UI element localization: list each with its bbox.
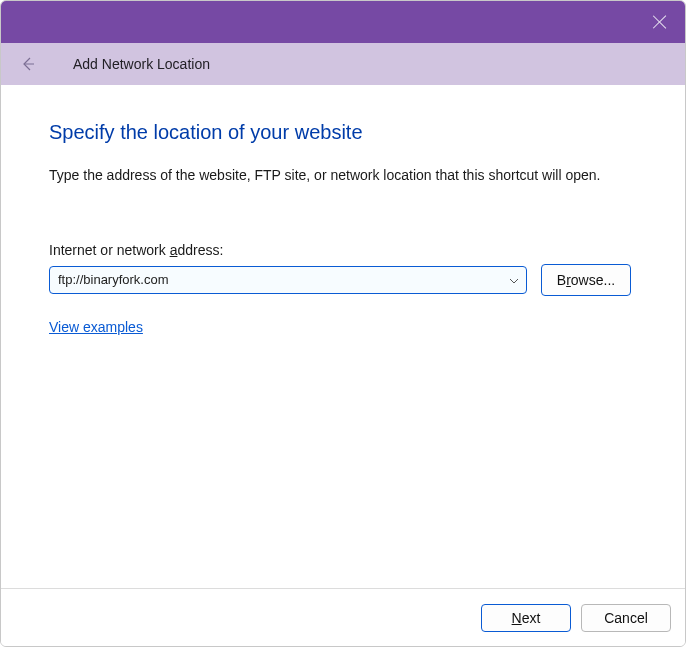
subheader: Add Network Location (1, 43, 685, 85)
view-examples-link[interactable]: View examples (49, 319, 143, 335)
page-title: Specify the location of your website (49, 121, 637, 144)
next-button[interactable]: Next (481, 604, 571, 632)
address-combo[interactable] (49, 266, 527, 294)
address-input[interactable] (49, 266, 527, 294)
address-row: Browse... (49, 264, 637, 296)
back-icon (19, 55, 37, 73)
instruction-text: Type the address of the website, FTP sit… (49, 166, 637, 186)
close-icon[interactable] (653, 15, 667, 29)
browse-button[interactable]: Browse... (541, 264, 631, 296)
wizard-title: Add Network Location (73, 56, 210, 72)
wizard-window: Add Network Location Specify the locatio… (0, 0, 686, 647)
cancel-button[interactable]: Cancel (581, 604, 671, 632)
titlebar (1, 1, 685, 43)
address-label: Internet or network address: (49, 242, 637, 258)
footer: Next Cancel (1, 588, 685, 646)
content-area: Specify the location of your website Typ… (1, 85, 685, 588)
